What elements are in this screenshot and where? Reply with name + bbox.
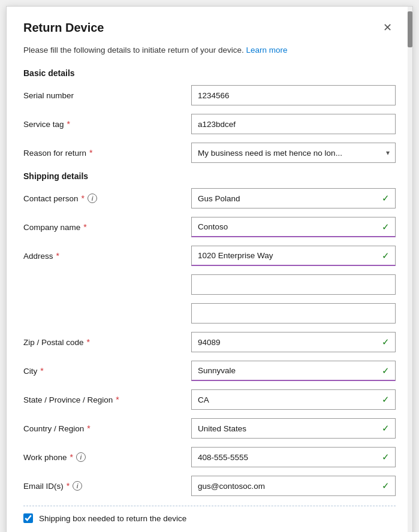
email-row: Email ID(s) * i ✓ xyxy=(23,476,396,496)
city-input[interactable] xyxy=(191,361,396,381)
address-wrapper: ✓ xyxy=(191,246,396,266)
address3-input[interactable] xyxy=(191,303,396,324)
work-phone-control: ✓ xyxy=(191,447,396,467)
service-tag-input[interactable] xyxy=(191,114,396,134)
address2-spacer xyxy=(23,274,191,295)
email-wrapper: ✓ xyxy=(191,476,396,496)
learn-more-link[interactable]: Learn more xyxy=(246,46,287,55)
state-input[interactable] xyxy=(191,389,396,410)
contact-person-wrapper: ✓ xyxy=(191,188,396,208)
serial-number-input[interactable] xyxy=(191,85,396,105)
work-phone-wrapper: ✓ xyxy=(191,447,396,467)
zip-wrapper: ✓ xyxy=(191,332,396,352)
address2-row xyxy=(23,274,396,295)
city-wrapper: ✓ xyxy=(191,361,396,381)
reason-label: Reason for return * xyxy=(23,148,191,158)
serial-number-label: Serial number xyxy=(23,91,191,100)
serial-number-control xyxy=(191,85,396,105)
address3-control xyxy=(191,303,396,324)
basic-details-section-title: Basic details xyxy=(23,68,396,78)
scrollbar-thumb[interactable] xyxy=(408,11,412,47)
address-required: * xyxy=(56,251,59,261)
email-label: Email ID(s) * i xyxy=(23,481,191,491)
city-control: ✓ xyxy=(191,361,396,381)
service-tag-row: Service tag * xyxy=(23,114,396,134)
address-input[interactable] xyxy=(191,246,396,266)
address3-spacer xyxy=(23,303,191,324)
address-control: ✓ xyxy=(191,246,396,266)
country-wrapper: ✓ xyxy=(191,418,396,439)
work-phone-row: Work phone * i ✓ xyxy=(23,447,396,467)
company-name-input[interactable] xyxy=(191,217,396,237)
shipping-details-section-title: Shipping details xyxy=(23,171,396,181)
work-phone-label: Work phone * i xyxy=(23,452,191,462)
state-required: * xyxy=(116,395,119,404)
email-info-icon[interactable]: i xyxy=(73,481,82,491)
state-control: ✓ xyxy=(191,389,396,410)
service-tag-required: * xyxy=(67,119,70,129)
city-label: City * xyxy=(23,366,191,376)
dialog-description: Please fill the following details to ini… xyxy=(23,44,396,56)
reason-select-wrapper: My business need is met hence no lon... … xyxy=(191,143,396,163)
email-control: ✓ xyxy=(191,476,396,496)
close-button[interactable]: ✕ xyxy=(379,21,396,34)
address2-input[interactable] xyxy=(191,274,396,295)
address-row: Address * ✓ xyxy=(23,246,396,266)
company-name-row: Company name * ✓ xyxy=(23,217,396,237)
zip-row: Zip / Postal code * ✓ xyxy=(23,332,396,352)
serial-number-row: Serial number xyxy=(23,85,396,105)
address2-control xyxy=(191,274,396,295)
work-phone-info-icon[interactable]: i xyxy=(76,452,86,462)
contact-person-input[interactable] xyxy=(191,188,396,208)
contact-required: * xyxy=(82,194,85,203)
reason-row: Reason for return * My business need is … xyxy=(23,143,396,163)
company-name-control: ✓ xyxy=(191,217,396,237)
scrollbar-track[interactable] xyxy=(408,7,412,532)
country-input[interactable] xyxy=(191,418,396,439)
contact-person-control: ✓ xyxy=(191,188,396,208)
company-required: * xyxy=(83,222,86,232)
return-device-dialog: Return Device ✕ Please fill the followin… xyxy=(6,6,413,532)
country-label: Country / Region * xyxy=(23,424,191,433)
reason-control: My business need is met hence no lon... … xyxy=(191,143,396,163)
shipping-box-row: Shipping box needed to return the device xyxy=(23,506,396,523)
email-required: * xyxy=(67,481,70,491)
work-phone-input[interactable] xyxy=(191,447,396,467)
service-tag-control xyxy=(191,114,396,134)
dialog-title: Return Device xyxy=(23,21,104,35)
state-wrapper: ✓ xyxy=(191,389,396,410)
zip-control: ✓ xyxy=(191,332,396,352)
reason-select[interactable]: My business need is met hence no lon... xyxy=(191,143,396,163)
shipping-box-label[interactable]: Shipping box needed to return the device xyxy=(39,514,186,523)
country-row: Country / Region * ✓ xyxy=(23,418,396,439)
city-row: City * ✓ xyxy=(23,361,396,381)
dialog-header: Return Device ✕ xyxy=(23,21,396,35)
reason-required: * xyxy=(89,148,92,158)
contact-person-label: Contact person * i xyxy=(23,194,191,203)
service-tag-label: Service tag * xyxy=(23,119,191,129)
work-phone-required: * xyxy=(70,452,73,462)
zip-input[interactable] xyxy=(191,332,396,352)
shipping-box-checkbox[interactable] xyxy=(23,513,33,523)
state-row: State / Province / Region * ✓ xyxy=(23,389,396,410)
country-required: * xyxy=(87,424,90,433)
company-name-wrapper: ✓ xyxy=(191,217,396,237)
address3-row xyxy=(23,303,396,324)
state-label: State / Province / Region * xyxy=(23,395,191,404)
zip-required: * xyxy=(87,337,90,347)
zip-label: Zip / Postal code * xyxy=(23,337,191,347)
contact-info-icon[interactable]: i xyxy=(88,194,97,203)
email-input[interactable] xyxy=(191,476,396,496)
shipping-details-section: Shipping details Contact person * i ✓ Co… xyxy=(23,171,396,496)
country-control: ✓ xyxy=(191,418,396,439)
address-label: Address * xyxy=(23,251,191,261)
company-name-label: Company name * xyxy=(23,222,191,232)
city-required: * xyxy=(40,366,43,376)
contact-person-row: Contact person * i ✓ xyxy=(23,188,396,208)
